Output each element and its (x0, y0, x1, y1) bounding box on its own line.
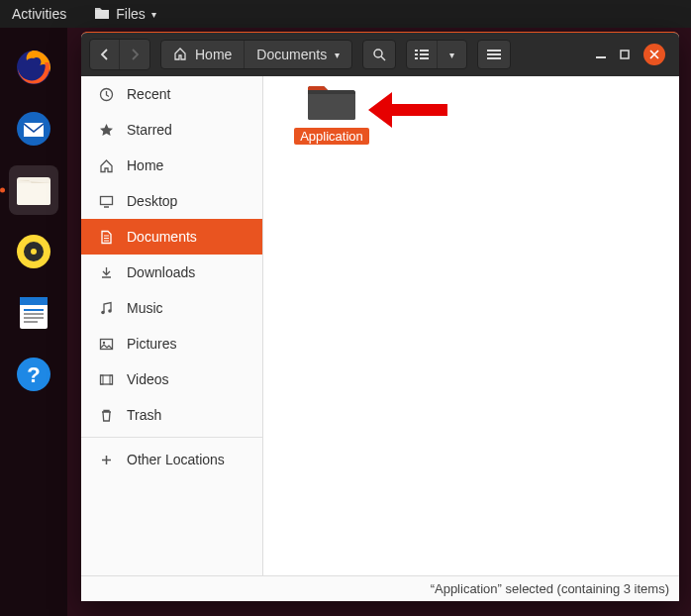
plus-icon (97, 453, 115, 467)
files-menu[interactable]: Files ▾ (94, 6, 156, 23)
path-home[interactable]: Home (161, 41, 244, 68)
svg-point-32 (102, 341, 104, 343)
files-window: Home Documents ▾ ▾ (81, 32, 679, 601)
svg-rect-16 (415, 50, 418, 51)
pictures-icon (97, 337, 115, 352)
svg-rect-26 (621, 51, 629, 58)
svg-point-30 (108, 309, 112, 313)
sidebar-item-videos[interactable]: Videos (81, 361, 262, 397)
dock-thunderbird[interactable] (9, 104, 58, 154)
folder-icon (94, 6, 110, 23)
trash-icon (97, 408, 115, 423)
dock-files[interactable] (9, 165, 58, 215)
svg-rect-12 (24, 321, 38, 323)
running-indicator-icon (0, 188, 5, 193)
svg-rect-10 (24, 313, 44, 315)
sidebar-label: Videos (127, 371, 169, 387)
download-icon (97, 265, 115, 280)
sidebar-item-music[interactable]: Music (81, 290, 262, 326)
svg-rect-3 (17, 183, 50, 205)
svg-rect-22 (487, 50, 501, 51)
sidebar-label: Home (127, 157, 163, 173)
sidebar-label: Downloads (127, 264, 195, 280)
path-documents[interactable]: Documents ▾ (244, 41, 351, 68)
sidebar-item-trash[interactable]: Trash (81, 397, 262, 433)
svg-rect-11 (24, 317, 44, 319)
list-view-button[interactable] (407, 41, 437, 68)
sidebar-item-pictures[interactable]: Pictures (81, 326, 262, 361)
clock-icon (97, 87, 115, 102)
sidebar-label: Recent (127, 86, 170, 102)
dock-help[interactable]: ? (9, 350, 58, 399)
close-button[interactable] (643, 44, 665, 65)
sidebar-separator (81, 437, 262, 438)
activities-button[interactable]: Activities (12, 6, 66, 22)
svg-rect-24 (487, 57, 501, 59)
sidebar: Recent Starred Home Desktop Documents Do… (81, 76, 263, 575)
chevron-down-icon: ▾ (335, 50, 340, 60)
svg-rect-33 (100, 375, 112, 384)
svg-point-29 (101, 310, 105, 314)
files-label: Files (116, 6, 146, 22)
star-icon (97, 123, 115, 138)
path-documents-label: Documents (256, 47, 327, 62)
chevron-down-icon: ▾ (151, 9, 156, 20)
window-body: Recent Starred Home Desktop Documents Do… (81, 76, 679, 575)
sidebar-item-documents[interactable]: Documents (81, 219, 262, 255)
sidebar-item-starred[interactable]: Starred (81, 112, 262, 148)
document-icon (97, 230, 115, 245)
dock-writer[interactable] (9, 288, 58, 338)
sidebar-item-home[interactable]: Home (81, 148, 262, 183)
top-panel: Activities Files ▾ (0, 0, 691, 28)
svg-rect-18 (415, 53, 418, 55)
back-button[interactable] (90, 40, 120, 69)
titlebar: Home Documents ▾ ▾ (81, 33, 679, 76)
sidebar-item-downloads[interactable]: Downloads (81, 255, 262, 290)
forward-button[interactable] (120, 40, 149, 69)
hamburger-menu[interactable] (477, 40, 511, 69)
search-button[interactable] (362, 40, 396, 69)
status-text: “Application” selected (containing 3 ite… (431, 581, 669, 596)
sidebar-item-desktop[interactable]: Desktop (81, 183, 262, 219)
svg-rect-9 (24, 309, 44, 311)
content-area[interactable]: Application (263, 76, 679, 575)
sidebar-label: Documents (127, 229, 197, 245)
home-icon (173, 47, 187, 63)
folder-application[interactable]: Application (289, 82, 374, 145)
svg-rect-19 (420, 53, 429, 55)
desktop-icon (97, 194, 115, 209)
sidebar-label: Desktop (127, 193, 177, 209)
svg-rect-17 (420, 50, 429, 51)
svg-rect-21 (420, 57, 429, 59)
folder-label: Application (294, 128, 369, 145)
nav-buttons (89, 39, 150, 70)
dock-rhythmbox[interactable] (9, 227, 58, 276)
folder-icon (306, 82, 357, 122)
svg-rect-20 (415, 57, 418, 59)
statusbar: “Application” selected (containing 3 ite… (81, 575, 679, 601)
sidebar-label: Other Locations (127, 452, 225, 467)
music-icon (97, 301, 115, 316)
svg-rect-35 (110, 375, 113, 384)
svg-rect-28 (100, 196, 112, 204)
window-controls (596, 44, 671, 65)
videos-icon (97, 372, 115, 387)
svg-text:?: ? (27, 362, 40, 387)
minimize-button[interactable] (596, 50, 606, 59)
sidebar-item-other-locations[interactable]: Other Locations (81, 442, 262, 477)
dock-firefox[interactable] (9, 43, 58, 92)
sidebar-label: Starred (127, 122, 172, 138)
sidebar-label: Trash (127, 407, 161, 423)
svg-point-15 (374, 50, 382, 57)
path-bar: Home Documents ▾ (160, 40, 352, 69)
svg-rect-25 (596, 56, 606, 58)
activities-label: Activities (12, 6, 66, 22)
svg-point-6 (31, 249, 37, 255)
path-home-label: Home (195, 47, 232, 62)
maximize-button[interactable] (620, 50, 630, 59)
sidebar-label: Music (127, 300, 163, 316)
view-options-button[interactable]: ▾ (437, 41, 466, 68)
sidebar-item-recent[interactable]: Recent (81, 76, 262, 112)
view-controls: ▾ (406, 40, 467, 69)
chevron-down-icon: ▾ (449, 50, 454, 60)
